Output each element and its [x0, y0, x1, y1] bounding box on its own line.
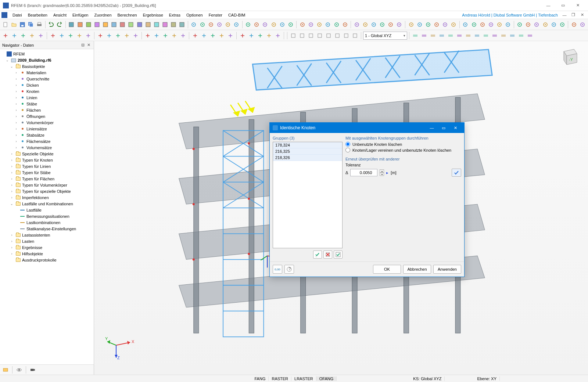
menu-bearbeiten[interactable]: Bearbeiten: [25, 12, 50, 18]
tool1-btn-7[interactable]: [127, 21, 135, 29]
tool1-btn-4[interactable]: [101, 21, 109, 29]
tool2-btn-8[interactable]: [75, 32, 83, 40]
maximize-button[interactable]: ▭: [556, 1, 570, 10]
tool1-ext-8[interactable]: [261, 21, 269, 29]
tool2-btn-9[interactable]: [84, 32, 92, 40]
tree-spezielle[interactable]: ›Spezielle Objekte: [1, 151, 93, 157]
cancel-button[interactable]: Abbrechen: [403, 265, 431, 274]
coord-system-select[interactable]: 1 - Global XYZ: [363, 32, 407, 40]
dialog-titlebar[interactable]: Identische Knoten — ▭ ✕: [270, 123, 464, 133]
tool1-ext-24[interactable]: [407, 21, 415, 29]
tool1-ext-39[interactable]: [541, 21, 549, 29]
tool2-end-11[interactable]: [508, 32, 516, 40]
snap-ofang[interactable]: OFANG: [316, 376, 337, 381]
tool1-ext-42[interactable]: [570, 21, 578, 29]
tool2-end-7[interactable]: [473, 32, 481, 40]
tolerance-input[interactable]: [350, 169, 377, 176]
tool1-ext-9[interactable]: [270, 21, 277, 29]
tool2-end-1[interactable]: [420, 32, 428, 40]
tool1-btn-10[interactable]: [153, 21, 160, 29]
menu-cadbim[interactable]: CAD-BIM: [225, 12, 248, 18]
tree-ergebnisse[interactable]: ›Ergebnisse: [1, 244, 93, 251]
eye-icon[interactable]: [15, 366, 23, 374]
apply-tolerance-button[interactable]: [452, 169, 461, 177]
menu-zuordnen[interactable]: Zuordnen: [91, 12, 114, 18]
tree-root[interactable]: RFEM: [1, 51, 93, 57]
gruppen-list[interactable]: 178,324 216,325 218,326: [273, 142, 343, 248]
tool2-end-10[interactable]: [499, 32, 508, 40]
tool1-ext-3[interactable]: [215, 21, 223, 29]
tool1-ext-7[interactable]: [253, 21, 261, 29]
tool2-btn-24[interactable]: [226, 32, 234, 40]
tool1-ext-25[interactable]: [416, 21, 423, 29]
tool1-ext-21[interactable]: [379, 21, 386, 29]
tool2-end-13[interactable]: [526, 32, 534, 40]
menu-ergebnisse[interactable]: Ergebnisse: [140, 12, 166, 18]
tool1-ext-26[interactable]: [424, 21, 432, 29]
tool1-ext-13[interactable]: [307, 21, 315, 29]
tool2-btn-15[interactable]: [144, 32, 152, 40]
tool2-btn-17[interactable]: [161, 32, 169, 40]
deselect-icon[interactable]: [323, 251, 332, 259]
snap-lraster[interactable]: LRASTER: [291, 376, 316, 381]
tool2-btn-3[interactable]: [28, 32, 36, 40]
tool2-mid-7[interactable]: [351, 32, 359, 40]
tree-hilfs[interactable]: ›Hilfsobjekte: [1, 251, 93, 257]
tool1-ext-36[interactable]: [516, 21, 524, 29]
tree-typ-knoten[interactable]: ›Typen für Knoten: [1, 157, 93, 163]
tool2-btn-28[interactable]: [265, 32, 273, 40]
tool1-btn-5[interactable]: [110, 21, 118, 29]
tool2-btn-29[interactable]: [274, 32, 282, 40]
minimize-button[interactable]: —: [541, 1, 556, 10]
camera-icon[interactable]: [29, 366, 37, 374]
tree-basis-materialien[interactable]: ›Materialien: [1, 69, 93, 76]
list-item[interactable]: 178,324: [273, 142, 342, 148]
tool2-btn-7[interactable]: [67, 32, 75, 40]
tool2-end-6[interactable]: [464, 32, 472, 40]
tool1-ext-5[interactable]: [233, 21, 240, 29]
menu-datei[interactable]: Datei: [10, 12, 25, 18]
radio-merge-supports[interactable]: Knoten/Lager vereinen und unbenutzte Kno…: [345, 148, 461, 152]
tool2-btn-21[interactable]: [200, 32, 208, 40]
tool2-end-2[interactable]: [429, 32, 437, 40]
tree-lastassist[interactable]: ›Lastassistenten: [1, 232, 93, 238]
tool1-btn-11[interactable]: [161, 21, 169, 29]
tool1-ext-17[interactable]: [341, 21, 349, 29]
tool2-btn-1[interactable]: [10, 32, 18, 40]
tool2-mid-2[interactable]: [307, 32, 315, 40]
tool2-mid-0[interactable]: [289, 32, 297, 40]
stepper-right-icon[interactable]: ▸: [386, 170, 388, 175]
tree-lk-1[interactable]: Bemessungssituationen: [1, 213, 93, 219]
help-icon[interactable]: ?: [284, 265, 294, 274]
list-item[interactable]: 218,326: [273, 155, 342, 161]
save-icon[interactable]: [18, 21, 26, 29]
tool1-ext-6[interactable]: [244, 21, 252, 29]
menu-extras[interactable]: Extras: [166, 12, 183, 18]
tool1-btn-2[interactable]: [85, 21, 92, 29]
dialog-maximize-button[interactable]: ▭: [438, 123, 449, 132]
tool2-end-0[interactable]: [411, 32, 419, 40]
tool2-mid-1[interactable]: [298, 32, 306, 40]
tree-basis-knoten[interactable]: ›Knoten: [1, 88, 93, 94]
apply-button[interactable]: Anwenden: [433, 265, 461, 274]
tool2-mid-3[interactable]: [316, 32, 324, 40]
tool2-btn-5[interactable]: [49, 32, 57, 40]
snap-raster[interactable]: RASTER: [269, 376, 291, 381]
tree-basis-linien[interactable]: ›Linien: [1, 94, 93, 101]
tree-lasten[interactable]: ›Lasten: [1, 238, 93, 244]
tree-lastfaelle-komb[interactable]: ⌄Lastfälle und Kombinationen: [1, 201, 93, 207]
tool1-ext-35[interactable]: [504, 21, 512, 29]
tool2-btn-11[interactable]: [105, 32, 113, 40]
tool2-mid-4[interactable]: [325, 32, 333, 40]
tool2-btn-6[interactable]: [58, 32, 66, 40]
tree-basisobjekte[interactable]: ⌄Basisobjekte: [1, 63, 93, 69]
dialog-minimize-button[interactable]: —: [426, 123, 438, 132]
tool1-ext-29[interactable]: [450, 21, 458, 29]
tree-basis-volumensätze[interactable]: ›Volumensätze: [1, 144, 93, 151]
tool2-btn-10[interactable]: [96, 32, 104, 40]
tool2-btn-19[interactable]: [179, 32, 187, 40]
tool1-ext-15[interactable]: [324, 21, 332, 29]
open-icon[interactable]: [10, 21, 18, 29]
tree-typ-staebe[interactable]: ›Typen für Stäbe: [1, 169, 93, 176]
radio-delete-unused[interactable]: Unbenutzte Knoten löschen: [345, 142, 461, 147]
